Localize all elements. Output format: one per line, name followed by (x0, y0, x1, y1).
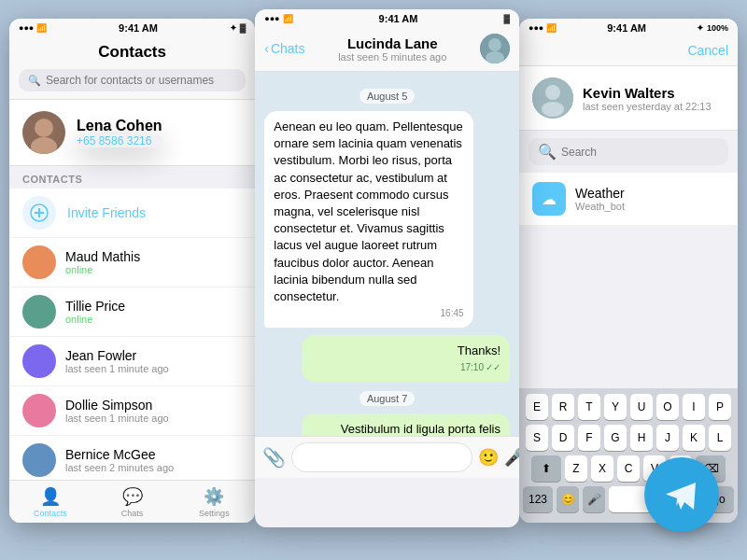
key-f[interactable]: F (578, 425, 600, 451)
status-bar-right: ●●● 📶 9:41 AM ✦ 100% (519, 19, 738, 37)
message-sent-2: Vestibulum id ligula porta felis euismod… (302, 413, 510, 436)
key-h[interactable]: H (630, 425, 653, 451)
chat-header: ‹ Chats Lucinda Lane last seen 5 minutes… (255, 28, 519, 72)
profile-phone: +65 8586 3216 (77, 134, 162, 147)
svg-point-10 (542, 102, 564, 117)
search-input[interactable] (46, 74, 236, 87)
key-l[interactable]: L (709, 425, 731, 451)
key-t[interactable]: T (578, 394, 600, 420)
signal-icon: ●●● (19, 23, 34, 33)
search-icon: 🔍 (28, 75, 41, 87)
right-user-info: Kevin Walters last seen yesterday at 22:… (583, 85, 712, 112)
profile-section[interactable]: Lena Cohen +65 8586 3216 (9, 100, 255, 166)
contact-item[interactable]: Maud Mathis online (9, 238, 255, 287)
key-mic-input[interactable]: 🎤 (583, 486, 605, 512)
tab-contacts[interactable]: 👤 Contacts (9, 481, 92, 523)
wifi-mid: 📶 (283, 14, 293, 23)
key-k[interactable]: K (683, 425, 705, 451)
bluetooth-r: ✦ (697, 23, 704, 33)
key-s[interactable]: S (526, 425, 548, 451)
chevron-left-icon: ‹ (264, 41, 269, 56)
phones-container: ●●● 📶 9:41 AM ✦ ▓ Contacts 🔍 Lena Cohen (9, 9, 738, 551)
key-r[interactable]: R (552, 394, 574, 420)
right-search-bar[interactable]: 🔍 (529, 138, 728, 165)
bot-icon: ☁ (532, 182, 566, 216)
tab-chats[interactable]: 💬 Chats (92, 481, 174, 523)
profile-avatar (22, 111, 65, 154)
profile-info: Lena Cohen +65 8586 3216 (77, 118, 162, 147)
contacts-section-label: CONTACTS (9, 166, 255, 189)
contact-info: Tillie Price online (65, 299, 125, 325)
right-user-avatar (532, 77, 573, 119)
tab-settings-label: Settings (199, 509, 230, 518)
right-user-name: Kevin Walters (583, 85, 712, 101)
contacts-panel: ●●● 📶 9:41 AM ✦ ▓ Contacts 🔍 Lena Cohen (9, 19, 255, 523)
signal-right: ●●● 📶 (529, 23, 557, 33)
right-user-profile[interactable]: Kevin Walters last seen yesterday at 22:… (519, 66, 738, 131)
chat-panel: ●●● 📶 9:41 AM ▓ ‹ Chats Lucinda Lane las… (255, 9, 519, 527)
contact-avatar (22, 394, 56, 427)
time-middle: 9:41 AM (379, 13, 418, 24)
contact-avatar (22, 443, 56, 477)
key-d[interactable]: D (552, 425, 574, 451)
back-label: Chats (271, 41, 305, 56)
contact-avatar (22, 295, 56, 329)
emoji-icon[interactable]: 🙂 (478, 447, 499, 468)
contact-item[interactable]: Dollie Simpson last seen 1 minute ago (9, 386, 255, 436)
message-text: Vestibulum id ligula porta felis euismod… (317, 422, 500, 436)
signal-icons-mid: ●●● 📶 (264, 14, 292, 23)
right-search-input[interactable] (561, 146, 719, 159)
key-e[interactable]: E (526, 394, 548, 420)
chat-avatar[interactable] (480, 34, 510, 63)
key-x[interactable]: X (591, 455, 613, 482)
telegram-logo (644, 457, 719, 532)
right-list-item[interactable]: ☁ Weather Weath_bot (519, 173, 738, 226)
right-user-status: last seen yesterday at 22:13 (583, 101, 712, 112)
key-i[interactable]: I (683, 394, 705, 420)
signal-mid: ●●● (264, 14, 279, 23)
key-g[interactable]: G (604, 425, 627, 451)
contact-avatar (22, 245, 56, 279)
cancel-button[interactable]: Cancel (687, 43, 728, 58)
key-z[interactable]: Z (565, 455, 587, 482)
signal-r: ●●● (529, 23, 543, 33)
tab-settings[interactable]: ⚙️ Settings (174, 481, 256, 523)
chat-input-bar: 📎 🙂 🎤 (255, 436, 519, 478)
time-right: 9:41 AM (607, 22, 646, 34)
key-j[interactable]: J (656, 425, 679, 451)
bottom-tabs: 👤 Contacts 💬 Chats ⚙️ Settings (9, 480, 255, 523)
status-bar-left: ●●● 📶 9:41 AM ✦ ▓ (9, 19, 255, 37)
key-u[interactable]: U (630, 394, 653, 420)
chat-input[interactable] (291, 442, 472, 472)
invite-label: Invite Friends (67, 204, 146, 221)
contact-info: Jean Fowler last seen 1 minute ago (65, 348, 169, 374)
key-emoji-input[interactable]: 😊 (557, 486, 579, 512)
key-c[interactable]: C (617, 455, 640, 482)
contact-item[interactable]: Jean Fowler last seen 1 minute ago (9, 337, 255, 386)
message-time: 17:10 ✓✓ (311, 361, 500, 374)
right-item-info: Weather Weath_bot (575, 186, 625, 212)
search-bar[interactable]: 🔍 (19, 69, 246, 91)
wifi-icon: 📶 (36, 23, 47, 33)
battery-icon: ▓ (240, 23, 247, 33)
key-o[interactable]: O (656, 394, 679, 420)
invite-friends-item[interactable]: Invite Friends (9, 189, 255, 238)
back-button[interactable]: ‹ Chats (264, 41, 304, 56)
status-bar-middle: ●●● 📶 9:41 AM ▓ (255, 9, 519, 28)
contact-item[interactable]: Tillie Price online (9, 287, 255, 337)
contact-avatar (22, 344, 56, 378)
key-shift[interactable]: ⬆ (531, 455, 561, 482)
chat-messages: August 5 Aenean eu leo quam. Pellentesqu… (255, 72, 519, 436)
wifi-r: 📶 (546, 23, 557, 33)
contact-info: Bernice McGee last seen 2 minutes ago (65, 447, 174, 473)
attach-icon[interactable]: 📎 (262, 446, 286, 469)
contact-item[interactable]: Bernice McGee last seen 2 minutes ago (9, 436, 255, 485)
mic-icon[interactable]: 🎤 (504, 447, 519, 468)
contact-info: Dollie Simpson last seen 1 minute ago (65, 398, 169, 424)
key-num[interactable]: 123 (523, 486, 553, 512)
svg-point-1 (31, 137, 57, 154)
svg-point-9 (545, 85, 560, 100)
svg-point-0 (35, 119, 53, 137)
key-p[interactable]: P (709, 394, 731, 420)
key-y[interactable]: Y (604, 394, 627, 420)
